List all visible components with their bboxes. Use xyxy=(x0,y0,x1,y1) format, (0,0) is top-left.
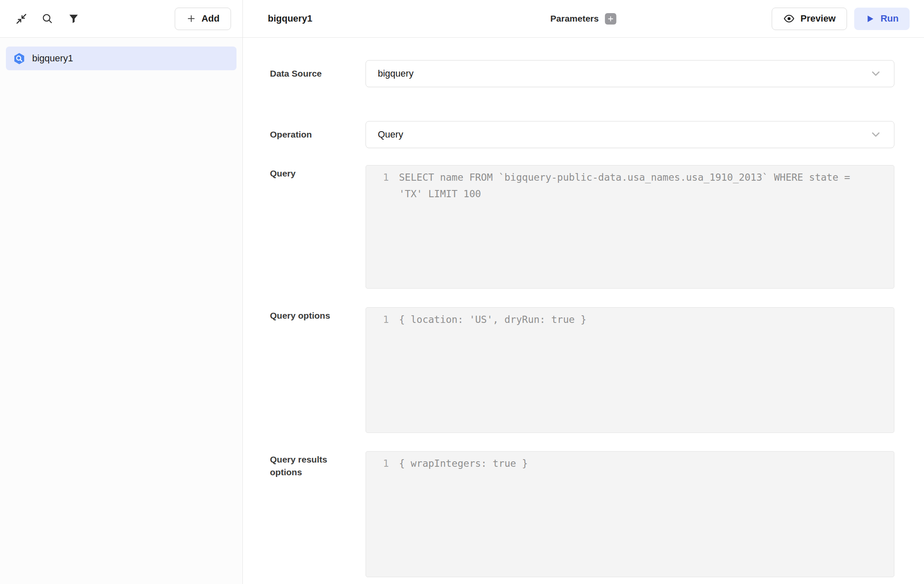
query-code-text: SELECT name FROM `bigquery-public-data.u… xyxy=(399,169,894,202)
operation-select[interactable]: Query xyxy=(366,121,894,148)
query-editor[interactable]: 1 SELECT name FROM `bigquery-public-data… xyxy=(366,165,894,289)
field-label-query-results-options: Query results options xyxy=(270,451,366,479)
sidebar-item-bigquery1[interactable]: bigquery1 xyxy=(6,47,236,70)
main-header: bigquery1 Parameters xyxy=(243,0,924,38)
data-source-select[interactable]: bigquery xyxy=(366,60,894,87)
play-icon xyxy=(865,14,875,24)
field-label-query-options: Query options xyxy=(270,307,366,322)
query-options-editor[interactable]: 1 { location: 'US', dryRun: true } xyxy=(366,307,894,433)
query-results-options-editor[interactable]: 1 { wrapIntegers: true } xyxy=(366,451,894,577)
preview-button-label: Preview xyxy=(800,13,836,24)
eye-icon xyxy=(783,13,795,25)
operation-field: Operation Query xyxy=(270,121,894,148)
funnel-icon xyxy=(68,13,80,25)
query-options-code-text: { location: 'US', dryRun: true } xyxy=(399,311,894,328)
data-source-field: Data Source bigquery xyxy=(270,60,894,87)
line-number: 1 xyxy=(366,311,389,328)
data-source-value: bigquery xyxy=(378,68,413,79)
sidebar: Add bigquery1 xyxy=(0,0,243,584)
chevron-down-icon xyxy=(869,67,882,80)
collapse-panel-button[interactable] xyxy=(12,9,30,28)
main-panel: bigquery1 Parameters xyxy=(243,0,924,584)
run-button-label: Run xyxy=(880,13,899,24)
collapse-icon xyxy=(15,12,28,25)
run-button[interactable]: Run xyxy=(854,8,910,30)
bigquery-icon xyxy=(13,52,26,65)
query-results-options-code-text: { wrapIntegers: true } xyxy=(399,455,894,472)
field-label-data-source: Data Source xyxy=(270,67,366,80)
parameters-section: Parameters xyxy=(550,13,616,25)
filter-button[interactable] xyxy=(64,9,83,28)
query-editor-app: Add bigquery1 bigquery1 Parameters xyxy=(0,0,924,584)
add-parameter-button[interactable] xyxy=(605,13,616,25)
chevron-down-icon xyxy=(869,128,882,141)
preview-button[interactable]: Preview xyxy=(772,8,847,30)
add-button-label: Add xyxy=(201,13,220,24)
header-actions: Preview Run xyxy=(772,8,910,30)
search-icon xyxy=(41,12,54,25)
parameters-label: Parameters xyxy=(550,14,599,24)
search-button[interactable] xyxy=(38,9,57,28)
operation-value: Query xyxy=(378,129,403,140)
add-query-button[interactable]: Add xyxy=(175,8,231,30)
line-number: 1 xyxy=(366,455,389,472)
query-options-field: Query options 1 { location: 'US', dryRun… xyxy=(270,307,894,433)
query-list: bigquery1 xyxy=(0,38,242,584)
field-label-query: Query xyxy=(270,165,366,180)
field-label-operation: Operation xyxy=(270,128,366,141)
query-form: Data Source bigquery Operation Query xyxy=(243,38,924,584)
line-number: 1 xyxy=(366,169,389,186)
plus-icon xyxy=(186,14,196,24)
query-item-label: bigquery1 xyxy=(32,53,73,64)
plus-icon xyxy=(607,15,614,22)
sidebar-header: Add xyxy=(0,0,242,38)
query-results-options-field: Query results options 1 { wrapIntegers: … xyxy=(270,451,894,577)
page-title: bigquery1 xyxy=(268,13,312,24)
query-field: Query 1 SELECT name FROM `bigquery-publi… xyxy=(270,165,894,289)
